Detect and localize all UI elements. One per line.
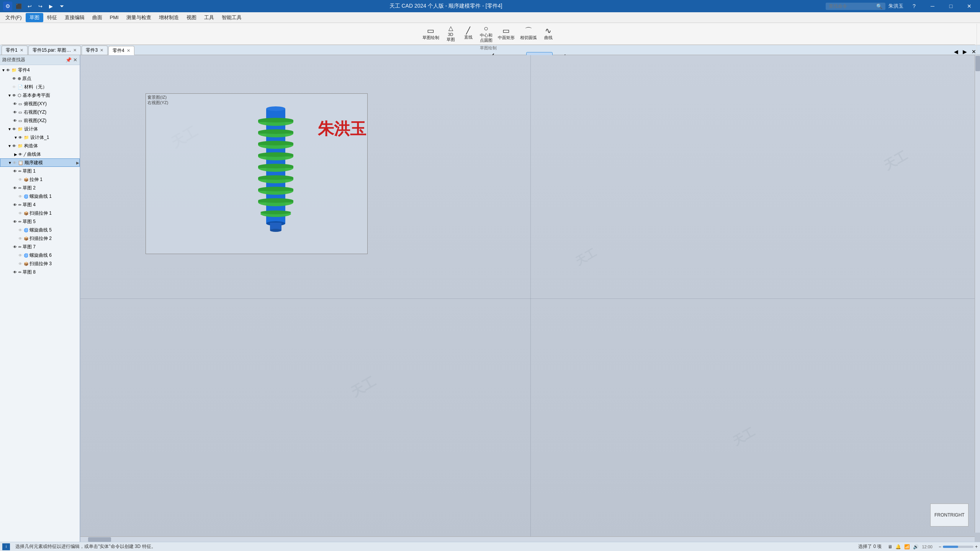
tb-btn-curve[interactable]: ∿ 曲线 xyxy=(540,24,557,44)
menu-tools[interactable]: 工具 xyxy=(200,13,218,22)
tb-btn-3d-sketch[interactable]: △ 3D草图 xyxy=(442,24,459,44)
tree-item-xy[interactable]: 👁 ▭ 俯视图(XY) xyxy=(0,99,80,108)
eye-icon[interactable]: 👁 xyxy=(18,135,24,140)
tab-part4[interactable]: 零件4 ✕ xyxy=(108,46,134,55)
tree-item-sweep2[interactable]: 👁 📦 扫描拉伸 2 xyxy=(0,234,80,243)
minimize-btn[interactable]: ─ xyxy=(925,1,940,11)
viewport[interactable]: 天工 天工 天工 天工 天工 窗景图(IZ) 右视图(YZ) xyxy=(80,55,980,542)
tree-item-yz[interactable]: 👁 ▭ 右视图(YZ) xyxy=(0,108,80,116)
eye-icon[interactable]: 👁 xyxy=(18,262,24,266)
tree-item-design-body-1[interactable]: ▼ 👁 📁 设计体_1 xyxy=(0,133,80,142)
eye-icon[interactable]: 👁 xyxy=(12,127,18,131)
eye-icon[interactable]: 👁 xyxy=(13,270,18,274)
tray-icon-2[interactable]: 🔔 xyxy=(895,544,901,549)
tree-item-curve-body[interactable]: ▶ 👁 ╱ 曲线体 xyxy=(0,150,80,158)
menu-additive[interactable]: 增材制造 xyxy=(155,13,183,22)
menu-surface[interactable]: 曲面 xyxy=(88,13,106,22)
tb-btn-circle[interactable]: ○ 中心和点圆图 xyxy=(478,24,495,44)
menu-measure[interactable]: 测量与检查 xyxy=(123,13,155,22)
tab-part3[interactable]: 零件3 ✕ xyxy=(82,46,108,55)
eye-icon[interactable]: 👁 xyxy=(18,253,24,258)
quick-access-undo[interactable]: ↩ xyxy=(25,2,34,10)
menu-smart-tools[interactable]: 智能工具 xyxy=(218,13,245,22)
tree-item-helix1[interactable]: 👁 🌀 螺旋曲线 1 xyxy=(0,192,80,201)
eye-icon[interactable]: 👁 xyxy=(13,220,18,224)
tree-item-sketch7[interactable]: 👁 ✏ 草图 7 xyxy=(0,243,80,251)
eye-icon[interactable]: 👁 xyxy=(12,144,18,148)
quick-access-dropdown[interactable]: ⏷ xyxy=(57,2,66,10)
eye-icon[interactable]: 👁 xyxy=(18,211,24,215)
sidebar-close-icon[interactable]: ✕ xyxy=(73,57,77,63)
tree-item-sweep3[interactable]: 👁 📦 扫描拉伸 3 xyxy=(0,259,80,268)
nav-cube[interactable]: FRONT RIGHT xyxy=(930,504,969,527)
tree-item-helix5[interactable]: 👁 🌀 螺旋曲线 5 xyxy=(0,226,80,234)
tb-btn-sketch-draw[interactable]: ▭ 草图绘制 xyxy=(420,24,442,44)
viewport-scrollbar-v[interactable] xyxy=(975,55,980,533)
tree-item-basic-planes[interactable]: ▼ 👁 ⬡ 基本参考平面 xyxy=(0,91,80,99)
tray-icon-4[interactable]: 🔊 xyxy=(913,544,919,549)
tab-close-all[interactable]: ✕ xyxy=(969,49,978,55)
menu-sketch[interactable]: 草图 xyxy=(26,13,43,22)
close-btn[interactable]: ✕ xyxy=(962,1,977,11)
sidebar-pin-icon[interactable]: 📌 xyxy=(65,57,72,63)
tree-item-construct-body[interactable]: ▼ 👁 📁 构造体 xyxy=(0,142,80,150)
menu-view[interactable]: 视图 xyxy=(183,13,200,22)
eye-icon[interactable]: 👁 xyxy=(12,93,18,98)
tab-part3-close[interactable]: ✕ xyxy=(100,48,103,53)
maximize-btn[interactable]: □ xyxy=(943,1,959,11)
tab-part1-close[interactable]: ✕ xyxy=(20,48,23,53)
tab-part15[interactable]: 零件15.par: 草图… ✕ xyxy=(28,46,81,55)
tray-icon-1[interactable]: 🖥 xyxy=(888,544,892,549)
eye-icon[interactable]: 👁 xyxy=(13,119,18,123)
eye-icon[interactable]: 👁 xyxy=(18,152,24,156)
menu-direct-edit[interactable]: 直接编辑 xyxy=(61,13,88,22)
tree-item-sketch4[interactable]: 👁 ✏ 草图 4 xyxy=(0,201,80,209)
tab-part4-close[interactable]: ✕ xyxy=(127,48,130,53)
tree-item-sketch1[interactable]: 👁 ✏ 草图 1 xyxy=(0,167,80,175)
search-input[interactable] xyxy=(829,3,875,9)
eye-icon[interactable]: 👁 xyxy=(18,178,24,182)
zoom-plus[interactable]: + xyxy=(975,544,978,549)
eye-icon[interactable]: 👁 xyxy=(13,161,18,165)
eye-icon[interactable]: 👁 xyxy=(13,110,18,114)
tree-item-xz[interactable]: 👁 ▭ 前视图(XZ) xyxy=(0,116,80,125)
help-icon[interactable]: ? xyxy=(906,1,922,11)
eye-icon[interactable]: 👁 xyxy=(18,228,24,232)
quick-access-redo[interactable]: ↪ xyxy=(36,2,44,10)
tree-item-sweep1[interactable]: 👁 📦 扫描拉伸 1 xyxy=(0,209,80,217)
tree-item-part4[interactable]: ▼ 👁 📁 零件4 xyxy=(0,66,80,74)
eye-icon[interactable]: 👁 xyxy=(12,85,18,89)
tree-item-helix6[interactable]: 👁 🌀 螺旋曲线 6 xyxy=(0,251,80,259)
tree-item-extrude1[interactable]: 👁 📦 拉伸 1 xyxy=(0,175,80,184)
tb-btn-arc[interactable]: ⌒ 相切圆弧 xyxy=(518,24,539,44)
eye-icon[interactable]: 👁 xyxy=(13,102,18,106)
quick-access-play[interactable]: ▶ xyxy=(47,2,55,10)
menu-file[interactable]: 文件(F) xyxy=(2,13,26,22)
quick-access-new[interactable]: ⬛ xyxy=(15,2,23,10)
tree-item-sketch5[interactable]: 👁 ✏ 草图 5 xyxy=(0,217,80,226)
tree-item-sketch8[interactable]: 👁 ✏ 草图 8 xyxy=(0,268,80,276)
tree-item-material[interactable]: 👁 📄 材料（无） xyxy=(0,83,80,91)
tray-icon-3[interactable]: 📶 xyxy=(904,544,910,549)
tab-next[interactable]: ▶ xyxy=(960,49,969,55)
eye-icon[interactable]: 👁 xyxy=(6,68,11,72)
eye-icon[interactable]: 👁 xyxy=(18,236,24,241)
eye-icon[interactable]: 👁 xyxy=(13,245,18,249)
zoom-minus[interactable]: − xyxy=(939,544,941,549)
tree-item-sketch2[interactable]: 👁 ✏ 草图 2 xyxy=(0,184,80,192)
tb-btn-rect[interactable]: ▭ 中面矩形 xyxy=(496,24,517,44)
eye-icon[interactable]: 👁 xyxy=(18,194,24,199)
tab-part1[interactable]: 零件1 ✕ xyxy=(2,46,28,55)
tab-prev[interactable]: ◀ xyxy=(952,49,960,55)
eye-icon[interactable]: 👁 xyxy=(13,169,18,173)
menu-feature[interactable]: 特征 xyxy=(43,13,61,22)
tb-btn-line[interactable]: ╱ 直线 xyxy=(460,24,477,44)
menu-pmi[interactable]: PMI xyxy=(106,13,123,21)
tree-item-origin[interactable]: 👁 ⊕ 原点 xyxy=(0,74,80,83)
viewport-scrollbar-h[interactable] xyxy=(80,536,975,542)
eye-icon[interactable]: 👁 xyxy=(12,77,18,81)
tree-item-sequential[interactable]: ▼ 👁 📋 顺序建模 ▶ xyxy=(0,158,80,167)
eye-icon[interactable]: 👁 xyxy=(13,203,18,207)
tab-part15-close[interactable]: ✕ xyxy=(73,48,77,53)
tree-item-design-body[interactable]: ▼ 👁 📁 设计体 xyxy=(0,125,80,133)
